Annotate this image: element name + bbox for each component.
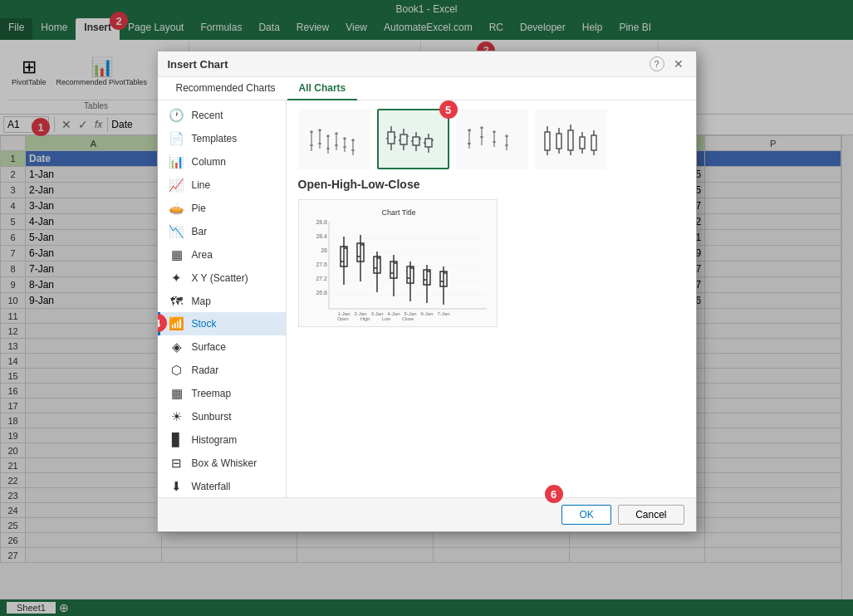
map-chart-type-label: Map [192,296,211,307]
chart-thumb-3[interactable] [456,109,528,169]
chart-type-map[interactable]: 🗺 Map [158,290,286,312]
column-chart-type-label: Column [192,156,226,168]
chart-type-scatter[interactable]: ✦ X Y (Scatter) [158,266,286,290]
svg-text:7-Jan: 7-Jan [437,311,449,316]
dialog-tabs: Recommended Charts All Charts [158,77,696,100]
waterfall-chart-type-icon: ⬇ [169,479,185,494]
chart-type-bar[interactable]: 📉 Bar [158,220,286,243]
chart-preview-container: Chart Title 28.8 28.4 28 27.6 27.2 26.8 [298,199,498,327]
treemap-chart-type-label: Treemap [192,388,232,399]
tab-all-charts[interactable]: All Charts [287,77,358,100]
thumb-chart-2-svg [382,114,444,162]
svg-rect-64 [591,135,596,150]
insert-chart-dialog: Insert Chart ? ✕ Recommended Charts All … [157,51,697,532]
svg-text:High: High [360,316,370,321]
surface-chart-type-label: Surface [192,341,226,353]
chart-type-surface[interactable]: ◈ Surface [158,335,286,359]
radar-chart-type-icon: ⬡ [169,363,185,378]
chart-type-pie[interactable]: 🥧 Pie [158,197,286,220]
svg-text:28.8: 28.8 [316,219,327,225]
circle-5: 5 [439,100,458,119]
chart-type-recent[interactable]: 🕐 Recent [158,104,286,127]
chart-type-sunburst[interactable]: ☀ Sunburst [158,405,286,428]
waterfall-chart-type-label: Waterfall [192,481,231,492]
chart-thumb-2[interactable]: 5 [377,109,449,169]
svg-text:Close: Close [402,316,414,321]
circle-6: 6 [545,485,563,503]
chart-type-boxwhisker[interactable]: ⊟ Box & Whisker [158,452,286,475]
chart-type-waterfall[interactable]: ⬇ Waterfall [158,475,286,497]
chart-type-treemap[interactable]: ▦ Treemap [158,382,286,405]
recent-chart-label: Recent [192,110,223,121]
svg-rect-18 [388,132,395,144]
ok-button[interactable]: OK [561,505,611,525]
thumb-chart-1-svg [303,114,365,162]
thumb-chart-4-svg [540,114,602,162]
svg-rect-23 [400,134,407,144]
svg-rect-58 [568,130,573,150]
radar-chart-type-label: Radar [192,364,219,376]
recent-chart-icon: 🕐 [169,108,185,123]
chart-thumb-1[interactable] [298,109,370,169]
chart-type-area[interactable]: ▦ Area [158,243,286,266]
dialog-title: Insert Chart [168,58,228,71]
svg-rect-33 [425,139,432,147]
line-chart-type-icon: 📈 [169,178,185,193]
column-chart-type-icon: 📊 [169,154,185,169]
svg-text:Chart Title: Chart Title [381,208,415,217]
dialog-help-button[interactable]: ? [650,56,664,71]
svg-rect-28 [413,137,419,145]
boxwhisker-chart-type-label: Box & Whisker [192,457,257,469]
histogram-chart-type-label: Histogram [192,434,238,446]
dialog-header: Insert Chart ? ✕ [158,51,696,77]
chart-thumb-4[interactable] [535,109,607,169]
map-chart-type-icon: 🗺 [169,294,185,308]
bar-chart-type-label: Bar [192,226,208,237]
surface-chart-type-icon: ◈ [169,340,185,354]
area-chart-type-icon: ▦ [169,247,185,262]
bar-chart-type-icon: 📉 [169,224,185,239]
sunburst-chart-type-label: Sunburst [192,411,232,423]
area-chart-type-label: Area [192,249,213,261]
svg-rect-52 [545,132,550,150]
svg-text:Open: Open [337,316,348,321]
selected-chart-label: Open-High-Low-Close [298,178,684,191]
svg-text:6-Jan: 6-Jan [420,311,433,316]
chart-preview-svg: Chart Title 28.8 28.4 28 27.6 27.2 26.8 [304,205,493,321]
pie-chart-type-label: Pie [192,203,206,214]
boxwhisker-chart-type-icon: ⊟ [169,456,185,471]
chart-content-area: 5 [287,100,696,497]
templates-chart-icon: 📄 [169,131,185,146]
templates-chart-label: Templates [192,133,238,144]
svg-rect-61 [580,137,585,149]
dialog-close-button[interactable]: ✕ [671,56,686,71]
chart-type-radar[interactable]: ⬡ Radar [158,359,286,382]
svg-text:28.4: 28.4 [316,233,327,239]
svg-text:26.8: 26.8 [316,290,327,296]
scatter-chart-type-label: X Y (Scatter) [192,272,248,284]
scatter-chart-type-icon: ✦ [169,271,185,286]
sunburst-chart-type-icon: ☀ [169,409,185,424]
modal-overlay: Insert Chart ? ✕ Recommended Charts All … [0,0,853,616]
tab-recommended-charts[interactable]: Recommended Charts [164,77,287,100]
stock-chart-type-label: Stock [192,318,217,330]
chart-thumbnails: 5 [298,109,684,169]
stock-chart-type-icon: 📶 [169,316,185,331]
histogram-chart-type-icon: ▊ [169,433,185,447]
thumb-chart-3-svg [461,114,523,162]
svg-text:28: 28 [321,247,327,253]
circle-4: 4 [158,314,167,332]
svg-text:27.6: 27.6 [316,262,327,267]
treemap-chart-type-icon: ▦ [169,386,185,401]
line-chart-type-label: Line [192,179,211,191]
chart-type-templates[interactable]: 📄 Templates [158,127,286,150]
svg-rect-55 [556,134,561,149]
chart-type-column[interactable]: 📊 Column [158,150,286,174]
svg-text:Low: Low [382,316,390,321]
chart-type-stock[interactable]: 📶 Stock 4 [158,312,286,335]
chart-type-line[interactable]: 📈 Line [158,174,286,197]
cancel-button[interactable]: Cancel [618,505,684,525]
chart-type-histogram[interactable]: ▊ Histogram [158,428,286,452]
dialog-body: 🕐 Recent 📄 Templates 📊 Column 📈 Line [158,100,696,497]
pie-chart-type-icon: 🥧 [169,201,185,216]
